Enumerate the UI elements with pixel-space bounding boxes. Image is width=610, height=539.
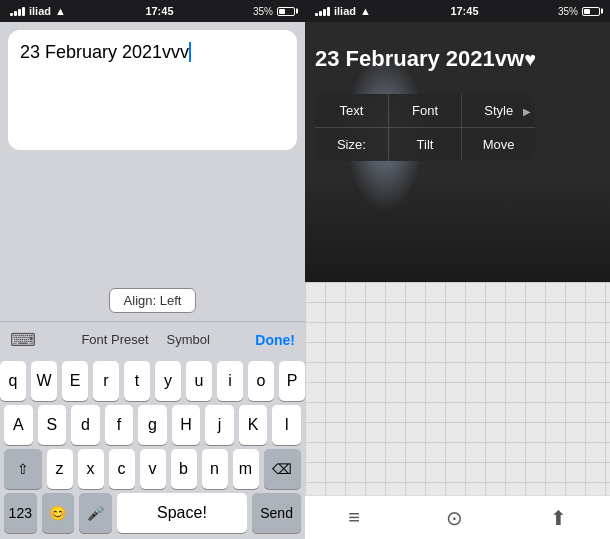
key-i[interactable]: i [217, 361, 243, 401]
battery-icon-left [277, 7, 295, 16]
keyboard-area: q W E r t y u i o P A S d f g H j K l ⇧ … [0, 357, 305, 539]
key-space[interactable]: Space! [117, 493, 247, 533]
chevron-right-icon: ▶ [523, 105, 531, 116]
toolbar-center: Font Preset Symbol [81, 332, 210, 347]
key-shift[interactable]: ⇧ [4, 449, 42, 489]
text-editor-area[interactable]: 23 February 2021vvv [8, 30, 297, 150]
editor-text: 23 February 2021vvv [20, 42, 189, 62]
key-p[interactable]: P [279, 361, 305, 401]
left-content: 23 February 2021vvv Align: Left ⌨ Font P… [0, 22, 305, 357]
key-emoji[interactable]: 😊 [42, 493, 75, 533]
context-menu-text[interactable]: Text [315, 94, 388, 127]
keyboard-row-1: q W E r t y u i o P [0, 357, 305, 401]
right-panel: iliad ▲ 17:45 35% 23 February 2021vw♥ Te… [305, 0, 610, 539]
symbol-label[interactable]: Symbol [167, 332, 210, 347]
right-carrier: iliad ▲ [315, 5, 371, 17]
signal-bars-left [10, 6, 25, 16]
key-j[interactable]: j [205, 405, 234, 445]
right-status-bar: iliad ▲ 17:45 35% [305, 0, 610, 22]
key-l[interactable]: l [272, 405, 301, 445]
key-numbers[interactable]: 123 [4, 493, 37, 533]
editor-spacer [0, 158, 305, 280]
key-k[interactable]: K [239, 405, 268, 445]
key-w[interactable]: W [31, 361, 57, 401]
key-send[interactable]: Send [252, 493, 301, 533]
left-battery: 35% [253, 6, 295, 17]
key-delete[interactable]: ⌫ [264, 449, 302, 489]
context-menu-row-2: Size: Tilt Move [315, 128, 535, 161]
key-n[interactable]: n [202, 449, 228, 489]
key-e[interactable]: E [62, 361, 88, 401]
context-menu-row-1: Text Font Style ▶ [315, 94, 535, 128]
right-bottom-bar: ≡ ⊙ ⬆ [305, 495, 610, 539]
key-f[interactable]: f [105, 405, 134, 445]
right-battery: 35% [558, 6, 600, 17]
key-o[interactable]: o [248, 361, 274, 401]
battery-icon-right [582, 7, 600, 16]
left-panel: iliad ▲ 17:45 35% 23 February 2021vvv Al… [0, 0, 305, 539]
key-y[interactable]: y [155, 361, 181, 401]
dark-overlay: 23 February 2021vw♥ Text Font Style ▶ Si… [305, 22, 610, 282]
text-editor-content[interactable]: 23 February 2021vvv [20, 42, 285, 63]
context-menu-tilt[interactable]: Tilt [388, 128, 462, 161]
key-r[interactable]: r [93, 361, 119, 401]
context-menu-size[interactable]: Size: [315, 128, 388, 161]
key-t[interactable]: t [124, 361, 150, 401]
key-s[interactable]: S [38, 405, 67, 445]
heart-symbol: ♥ [524, 48, 536, 70]
keyboard-icon[interactable]: ⌨ [10, 329, 36, 351]
left-status-bar: iliad ▲ 17:45 35% [0, 0, 305, 22]
key-v[interactable]: v [140, 449, 166, 489]
left-carrier: iliad ▲ [10, 5, 66, 17]
context-menu-font[interactable]: Font [388, 94, 462, 127]
keyboard-row-3: ⇧ z x c v b n m ⌫ [0, 445, 305, 489]
camera-icon[interactable]: ⊙ [446, 506, 463, 530]
key-d[interactable]: d [71, 405, 100, 445]
keyboard-row-bottom: 123 😊 🎤 Space! Send [0, 489, 305, 539]
wifi-icon-right: ▲ [360, 5, 371, 17]
key-a[interactable]: A [4, 405, 33, 445]
keyboard-row-2: A S d f g H j K l [0, 401, 305, 445]
key-mic[interactable]: 🎤 [79, 493, 112, 533]
align-btn-area: Align: Left [0, 280, 305, 321]
key-q[interactable]: q [0, 361, 26, 401]
share-icon[interactable]: ⬆ [550, 506, 567, 530]
menu-icon[interactable]: ≡ [348, 506, 360, 529]
done-button[interactable]: Done! [255, 332, 295, 348]
font-preset-label[interactable]: Font Preset [81, 332, 148, 347]
key-m[interactable]: m [233, 449, 259, 489]
context-menu: Text Font Style ▶ Size: Tilt Move [315, 94, 535, 161]
key-c[interactable]: c [109, 449, 135, 489]
left-time: 17:45 [145, 5, 173, 17]
context-menu-style[interactable]: Style ▶ [461, 94, 535, 127]
key-x[interactable]: x [78, 449, 104, 489]
right-canvas: 23 February 2021vw♥ Text Font Style ▶ Si… [305, 22, 610, 495]
wifi-icon-left: ▲ [55, 5, 66, 17]
canvas-text-display[interactable]: 23 February 2021vw♥ [315, 46, 536, 72]
key-g[interactable]: g [138, 405, 167, 445]
align-left-button[interactable]: Align: Left [109, 288, 197, 313]
right-time: 17:45 [450, 5, 478, 17]
context-menu-move[interactable]: Move [461, 128, 535, 161]
signal-bars-right [315, 6, 330, 16]
key-u[interactable]: u [186, 361, 212, 401]
left-toolbar: ⌨ Font Preset Symbol Done! [0, 321, 305, 357]
text-cursor [189, 42, 191, 62]
key-z[interactable]: z [47, 449, 73, 489]
key-h[interactable]: H [172, 405, 201, 445]
key-b[interactable]: b [171, 449, 197, 489]
